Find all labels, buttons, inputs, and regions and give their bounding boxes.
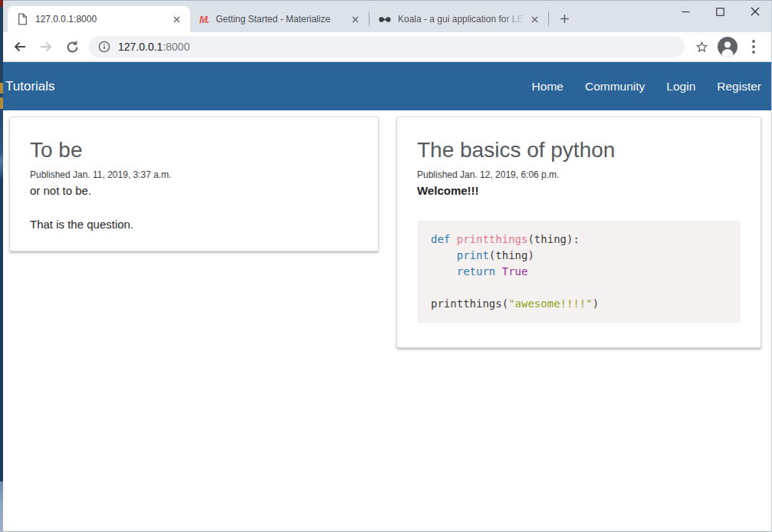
reload-icon[interactable] bbox=[61, 36, 83, 57]
post-title: To be bbox=[30, 139, 358, 163]
post-paragraph: or not to be. bbox=[30, 184, 358, 197]
close-window-icon[interactable] bbox=[738, 0, 772, 23]
post-published: Published Jan. 12, 2019, 6:06 p.m. bbox=[417, 169, 741, 180]
minimize-icon[interactable] bbox=[669, 0, 703, 23]
close-tab-icon[interactable] bbox=[170, 13, 183, 26]
close-tab-icon[interactable] bbox=[349, 13, 362, 26]
menu-dots-icon[interactable] bbox=[743, 36, 764, 57]
tab-title: Getting Started - Materialize bbox=[215, 14, 349, 25]
page-content: To be Published Jan. 11, 2019, 3:37 a.m.… bbox=[3, 110, 772, 348]
forward-icon[interactable] bbox=[35, 36, 57, 57]
tab-title: Koala - a gui application for LESS bbox=[398, 14, 528, 25]
post-intro: Welcome!!! bbox=[417, 184, 741, 197]
materialize-icon: M. bbox=[199, 14, 209, 25]
navbar-brand[interactable]: Tutorials bbox=[5, 79, 55, 94]
tab-title: 127.0.0.1:8000 bbox=[35, 14, 170, 25]
url-port: :8000 bbox=[163, 41, 189, 53]
browser-toolbar: 127.0.0.1:8000 bbox=[3, 32, 772, 62]
nav-link-community[interactable]: Community bbox=[585, 80, 645, 94]
tab-localhost[interactable]: 127.0.0.1:8000 bbox=[8, 6, 190, 32]
url-text: 127.0.0.1:8000 bbox=[118, 41, 189, 53]
tab-materialize[interactable]: M. Getting Started - Materialize bbox=[190, 6, 369, 32]
navbar-links: Home Community Login Register bbox=[532, 80, 761, 94]
maximize-icon[interactable] bbox=[703, 0, 738, 23]
post-card-python: The basics of python Published Jan. 12, … bbox=[396, 117, 761, 348]
browser-window: 127.0.0.1:8000 M. Getting Started - Mate… bbox=[0, 0, 772, 532]
post-paragraph: That is the question. bbox=[30, 218, 358, 231]
info-icon[interactable] bbox=[98, 41, 110, 53]
nav-link-register[interactable]: Register bbox=[717, 80, 761, 94]
background-window-sliver bbox=[0, 0, 3, 532]
profile-icon[interactable] bbox=[717, 36, 738, 57]
document-icon bbox=[17, 13, 28, 25]
tab-strip: 127.0.0.1:8000 M. Getting Started - Mate… bbox=[3, 0, 772, 32]
site-navbar: Tutorials Home Community Login Register bbox=[3, 62, 772, 110]
close-tab-icon[interactable] bbox=[528, 13, 541, 26]
address-bar[interactable]: 127.0.0.1:8000 bbox=[89, 36, 685, 57]
tab-separator bbox=[548, 11, 549, 26]
nav-link-login[interactable]: Login bbox=[666, 80, 695, 94]
post-published: Published Jan. 11, 2019, 3:37 a.m. bbox=[30, 169, 358, 180]
koala-icon bbox=[379, 15, 391, 24]
tab-koala[interactable]: Koala - a gui application for LESS bbox=[370, 6, 548, 32]
post-title: The basics of python bbox=[417, 139, 741, 163]
url-host: 127.0.0.1 bbox=[118, 41, 163, 53]
post-card-to-be: To be Published Jan. 11, 2019, 3:37 a.m.… bbox=[9, 117, 379, 251]
nav-link-home[interactable]: Home bbox=[532, 80, 563, 94]
star-icon[interactable] bbox=[691, 36, 712, 57]
post-body: or not to be. That is the question. bbox=[30, 184, 358, 231]
code-block: def printthings(thing): print(thing) ret… bbox=[417, 221, 741, 323]
window-controls bbox=[669, 0, 772, 23]
back-icon[interactable] bbox=[9, 36, 31, 57]
new-tab-button[interactable] bbox=[554, 8, 575, 29]
